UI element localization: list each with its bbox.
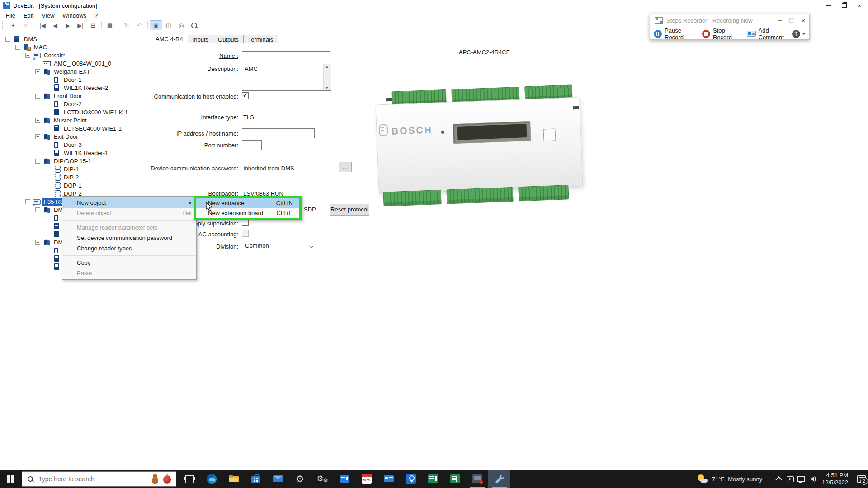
tree-expand-toggle[interactable]: − xyxy=(35,94,40,99)
tree-expand-toggle[interactable]: − xyxy=(35,240,40,245)
add-comment-button[interactable]: Add Comment xyxy=(747,27,788,41)
save-button[interactable]: ▤ xyxy=(104,20,116,30)
tray-volume-icon[interactable] xyxy=(807,470,817,488)
pause-record-button[interactable]: Pause Record xyxy=(654,27,693,41)
tree-item-muster-point[interactable]: −Muster Point xyxy=(0,116,146,124)
ip-input[interactable] xyxy=(242,128,315,138)
taskbar-app-maps[interactable] xyxy=(400,470,422,488)
search-input[interactable] xyxy=(38,475,151,483)
tray-recorder-icon[interactable] xyxy=(785,470,796,488)
tree-item-door-2[interactable]: Door-2 xyxy=(0,100,146,108)
taskbar-app-rps[interactable]: RPS xyxy=(355,470,377,488)
tab-inputs[interactable]: Inputs xyxy=(188,35,213,43)
help-button[interactable]: ? xyxy=(792,30,806,38)
tab-terminals[interactable]: Terminals xyxy=(244,35,278,43)
taskbar-app-id-card[interactable] xyxy=(377,470,400,488)
hierarchy-view-button[interactable]: ◫ xyxy=(162,20,175,30)
taskbar-app-devedit[interactable] xyxy=(488,470,510,488)
tree-item-dip-1[interactable]: DIP-1 xyxy=(0,165,146,173)
tree-item-exit-door[interactable]: −Exit Door xyxy=(0,132,146,141)
taskbar-app-file-explorer[interactable] xyxy=(222,470,245,488)
tree-item-door-1[interactable]: Door-1 xyxy=(0,75,146,84)
taskbar-app-store[interactable] xyxy=(245,470,267,488)
prev-record-button[interactable]: ◀ xyxy=(49,20,61,30)
tree-item-front-door[interactable]: −Front Door xyxy=(0,92,146,100)
tree-expand-toggle[interactable]: − xyxy=(25,53,30,58)
ornament-icon[interactable] xyxy=(162,474,171,484)
recorder-close-button[interactable]: × xyxy=(797,15,809,25)
supply-supervision-checkbox[interactable] xyxy=(242,219,249,226)
taskbar-app-task-view[interactable] xyxy=(178,470,200,488)
taskbar-app-server[interactable] xyxy=(422,470,444,488)
reset-protocol-button[interactable]: Reset protocol xyxy=(330,204,369,216)
locate-button[interactable]: ◎ xyxy=(175,20,188,30)
tree-item-weigand-ext[interactable]: −Weigand-EXT xyxy=(0,67,146,75)
tree-item-dop-1[interactable]: DOP-1 xyxy=(0,181,146,189)
notification-center[interactable]: 2 xyxy=(854,470,868,488)
steps-recorder-titlebar[interactable]: Steps Recorder - Recording Now × xyxy=(650,14,809,27)
taskbar-app-badge[interactable] xyxy=(333,470,355,488)
tree-expand-toggle[interactable]: − xyxy=(5,37,10,42)
stop-record-button[interactable]: Stop Record xyxy=(702,27,738,41)
tree-item-lctduo3000-wie1-k-1[interactable]: LCTDUO3000-WIE1 K-1 xyxy=(0,108,146,116)
tree-item-dip-2[interactable]: DIP-2 xyxy=(0,173,146,181)
search-button[interactable] xyxy=(188,20,200,30)
taskbar-clock[interactable]: 4:51 PM 12/5/2022 xyxy=(822,472,848,486)
tree-item-lctsec4000-wie1-1[interactable]: LCTSEC4000-WIE1-1 xyxy=(0,124,146,132)
tree-item-wie1k-reader-1[interactable]: WIE1K Reader-1 xyxy=(0,149,146,157)
close-button[interactable]: × xyxy=(852,0,867,11)
tree-expand-toggle[interactable]: − xyxy=(35,207,40,212)
gingerbread-icon[interactable] xyxy=(151,474,160,484)
first-record-button[interactable]: |◀ xyxy=(36,20,49,30)
tree-item-corsair-[interactable]: −wCorsair* xyxy=(0,51,146,59)
tree-structure-button[interactable]: ⊟ xyxy=(87,20,99,30)
port-input[interactable] xyxy=(242,140,262,150)
taskbar-search[interactable] xyxy=(22,471,176,487)
recorder-minimize-button[interactable] xyxy=(774,15,786,25)
tree-expand-toggle[interactable]: − xyxy=(15,45,20,50)
menu-item-change-reader-types[interactable]: Change reader types xyxy=(62,243,196,253)
start-button[interactable] xyxy=(0,470,22,488)
tree-expand-toggle[interactable]: − xyxy=(35,69,40,74)
description-textarea[interactable]: AMC xyxy=(242,64,331,91)
minimize-button[interactable] xyxy=(821,0,836,11)
menu-item-new-object[interactable]: New object▸ xyxy=(62,197,196,208)
division-select[interactable]: Common xyxy=(242,241,316,251)
tree-expand-toggle[interactable]: − xyxy=(35,159,40,164)
tab-amc-4-r4[interactable]: AMC 4-R4 xyxy=(151,34,188,44)
device-view-button[interactable]: ▣ xyxy=(150,20,162,30)
add-button[interactable]: + xyxy=(7,20,19,30)
tray-chevron-up-icon[interactable] xyxy=(774,470,785,488)
taskbar-app-database[interactable] xyxy=(444,470,466,488)
name-input[interactable] xyxy=(242,51,330,61)
taskbar-weather[interactable]: 71°F Mostly sunny xyxy=(697,474,762,484)
tree-item-dip-dop-15-1[interactable]: −DIP/DOP 15-1 xyxy=(0,157,146,165)
taskbar-app-edge[interactable] xyxy=(200,470,222,488)
tab-outputs[interactable]: Outputs xyxy=(213,35,244,43)
tree-expand-toggle[interactable]: − xyxy=(25,199,30,204)
comm-enabled-checkbox[interactable]: ✓ xyxy=(242,92,249,99)
tree-item-door-3[interactable]: Door-3 xyxy=(0,141,146,149)
password-ellipsis-button[interactable]: ... xyxy=(339,162,352,172)
taskbar-app-services[interactable]: ⚙ xyxy=(311,470,333,488)
tree-item-dms[interactable]: −DMS xyxy=(0,35,146,43)
tree-expand-toggle[interactable]: − xyxy=(35,118,40,123)
menu-view[interactable]: View xyxy=(38,11,58,20)
menu-windows[interactable]: Windows xyxy=(58,11,90,20)
tree-item-wie1k-reader-2[interactable]: WIE1K Reader-2 xyxy=(0,84,146,92)
tray-network-icon[interactable] xyxy=(796,470,807,488)
description-scrollbar[interactable] xyxy=(323,64,331,90)
next-record-button[interactable]: ▶ xyxy=(61,20,74,30)
last-record-button[interactable]: ▶| xyxy=(74,20,87,30)
tree-item-amc-io084w-001-0[interactable]: AMC_IO084W_001_0 xyxy=(0,59,146,67)
menu-help[interactable]: ? xyxy=(90,11,102,20)
maximize-button[interactable] xyxy=(836,0,852,11)
taskbar-app-mail[interactable] xyxy=(267,470,289,488)
taskbar-app-settings[interactable]: ⚙ xyxy=(289,470,311,488)
menu-item-copy[interactable]: Copy xyxy=(62,258,196,268)
tree-expand-toggle[interactable]: − xyxy=(35,134,40,139)
menu-file[interactable]: File xyxy=(2,11,19,20)
taskbar-app-recorder[interactable] xyxy=(466,470,488,488)
menu-item-set-device-communication-password[interactable]: Set device communication password xyxy=(62,233,196,243)
menu-edit[interactable]: Edit xyxy=(19,11,38,20)
